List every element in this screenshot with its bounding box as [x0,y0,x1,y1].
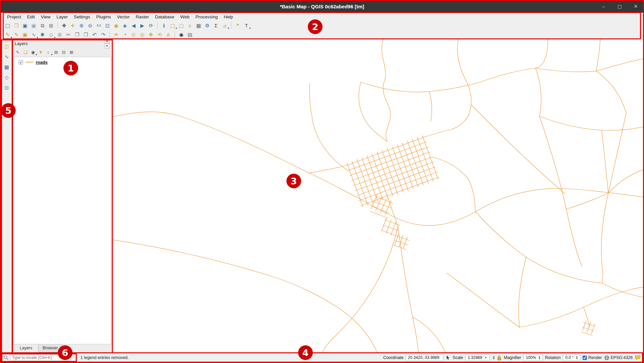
vertex-tool-icon[interactable]: ◇▾ [47,31,55,39]
scale-spinner[interactable] [493,356,495,359]
coordinate-input[interactable] [406,355,443,361]
show-layout-manager-icon[interactable]: ⊞ [47,21,55,29]
save-layer-edits-icon[interactable]: ▣ [21,31,29,39]
lock-scale-icon[interactable] [497,355,501,360]
menu-layer[interactable]: Layer [54,14,70,20]
magnifier-spinner[interactable] [539,356,541,359]
rotation-spinner[interactable] [576,356,578,359]
layer-symbol-line [25,62,33,62]
layers-panel-header: Layers ⧉✕ [12,39,112,47]
render-checkbox[interactable] [583,356,587,360]
render-label: Render [588,355,602,360]
menu-web[interactable]: Web [178,14,192,20]
layer-labeling-icon[interactable]: ab [112,31,120,39]
toggle-editing-icon[interactable]: ✎ [12,31,20,39]
new-print-layout-icon[interactable]: ⧉ [38,21,46,29]
copy-features-icon[interactable]: ❐ [73,31,81,39]
processing-toolbox-icon[interactable]: ⚙ [203,21,211,29]
menu-edit[interactable]: Edit [24,14,37,20]
expand-all-icon[interactable]: ⊞ [52,48,60,56]
select-by-expression-icon[interactable]: ε [186,21,194,29]
layer-checkbox[interactable]: ✔ [19,60,23,64]
menu-view[interactable]: View [38,14,53,20]
move-label-icon[interactable]: ✥ [147,31,155,39]
text-annotation-icon[interactable]: T▾ [242,21,250,29]
pan-to-selection-icon[interactable]: ✛ [69,21,77,29]
undo-icon[interactable]: ↶ [90,31,98,39]
zoom-to-layer-icon[interactable]: ◈ [121,21,129,29]
zoom-next-icon[interactable]: ▶ [138,21,146,29]
menu-database[interactable]: Database [152,14,177,20]
metasearch-icon[interactable]: ◉ [177,31,185,39]
menu-vector[interactable]: Vector [114,14,132,20]
rotation-spinbox[interactable]: 0.0 ° [563,355,580,361]
open-attribute-table-icon[interactable]: ▦ [195,21,203,29]
collapse-all-icon[interactable]: ⊟ [60,48,67,56]
decorations-icon[interactable]: ▤ [186,31,194,39]
layer-item-roads[interactable]: ✔roads [13,59,111,65]
pin-labels-icon[interactable]: ⊙ [130,31,138,39]
add-feature-icon[interactable]: ✱ [38,31,46,39]
save-project-icon[interactable]: ▣ [21,21,29,29]
messages-icon[interactable] [635,355,640,360]
crs-button[interactable]: EPSG:4326 [604,355,633,360]
manage-map-themes-icon[interactable]: ◉▾ [29,48,37,56]
float-panel-icon[interactable]: ⧉ [104,38,110,43]
toggle-extents-icon[interactable] [446,355,450,360]
add-group-icon[interactable]: ❏ [22,48,29,56]
current-edits-icon[interactable]: ✎▾ [4,31,12,39]
add-vector-layer-icon[interactable]: ∿ [3,52,11,60]
close-button[interactable]: ✕ [633,4,639,9]
identify-features-icon[interactable]: ℹ [160,21,168,29]
statistical-summary-icon[interactable]: Σ [212,21,220,29]
new-shapefile-layer-icon[interactable]: ◇ [3,73,11,81]
filter-legend-icon[interactable]: ▼ [37,48,44,56]
delete-selected-icon[interactable]: ⊘ [56,31,64,39]
scale-dropdown-icon[interactable] [484,355,487,361]
cut-features-icon[interactable]: ✂ [64,31,72,39]
open-project-icon[interactable]: ❐ [12,21,20,29]
highlight-labels-icon[interactable]: ◎ [138,31,146,39]
maximize-button[interactable]: ▢ [617,4,623,9]
data-source-manager-icon[interactable]: ◫ [3,42,11,50]
magnifier-spinbox[interactable]: 100% [523,355,543,361]
open-layer-styling-icon[interactable]: ✎ [14,48,21,56]
save-project-as-icon[interactable]: ▣ [30,21,38,29]
map-canvas[interactable] [112,39,643,353]
add-database-layer-icon[interactable]: ⊟ [3,83,11,92]
layer-diagram-icon[interactable]: ◔ [121,31,129,39]
annotation-number-6: 6 [58,345,72,360]
tab-layers[interactable]: Layers [15,344,37,352]
menu-raster[interactable]: Raster [133,14,152,20]
filter-by-expression-icon[interactable]: ε▾ [45,48,52,56]
measure-icon[interactable]: ⊿▾ [221,21,229,29]
rotate-label-icon[interactable]: ⟲ [156,31,164,39]
paste-features-icon[interactable]: ❒ [82,31,90,39]
deselect-features-icon[interactable]: ▢ [177,21,185,29]
zoom-last-icon[interactable]: ◀ [130,21,138,29]
zoom-out-icon[interactable]: ⊖ [86,21,94,29]
change-label-icon[interactable]: A [164,31,172,39]
pan-map-icon[interactable]: ✥ [60,21,68,29]
window-controls: – ▢ ✕ [601,0,639,13]
left-toolbar: ◫∿▦◇⊟ [1,39,12,353]
refresh-icon[interactable]: ⟳ [147,21,155,29]
menu-plugins[interactable]: Plugins [93,14,114,20]
zoom-full-icon[interactable]: ⊡ [103,21,112,29]
select-features-icon[interactable]: ▢▾ [169,21,177,29]
menu-settings[interactable]: Settings [71,14,93,20]
zoom-in-icon[interactable]: ⊕ [77,21,85,29]
map-tips-icon[interactable]: ❝ [234,21,242,29]
menu-processing[interactable]: Processing [193,14,221,20]
add-raster-layer-icon[interactable]: ▦ [3,63,11,71]
digitize-icon[interactable]: ∿▾ [30,31,38,39]
zoom-to-selection-icon[interactable]: ◉ [112,21,120,29]
menu-help[interactable]: Help [221,14,236,20]
zoom-native-icon[interactable]: 1:1 [95,21,103,29]
scale-combo[interactable]: 1:32869 [465,355,490,361]
minimize-button[interactable]: – [601,4,607,9]
remove-layer-icon[interactable]: ⊠ [68,48,75,56]
redo-icon[interactable]: ↷ [99,31,107,39]
menu-project[interactable]: Project [4,14,24,20]
new-project-icon[interactable]: ▢ [4,21,12,29]
